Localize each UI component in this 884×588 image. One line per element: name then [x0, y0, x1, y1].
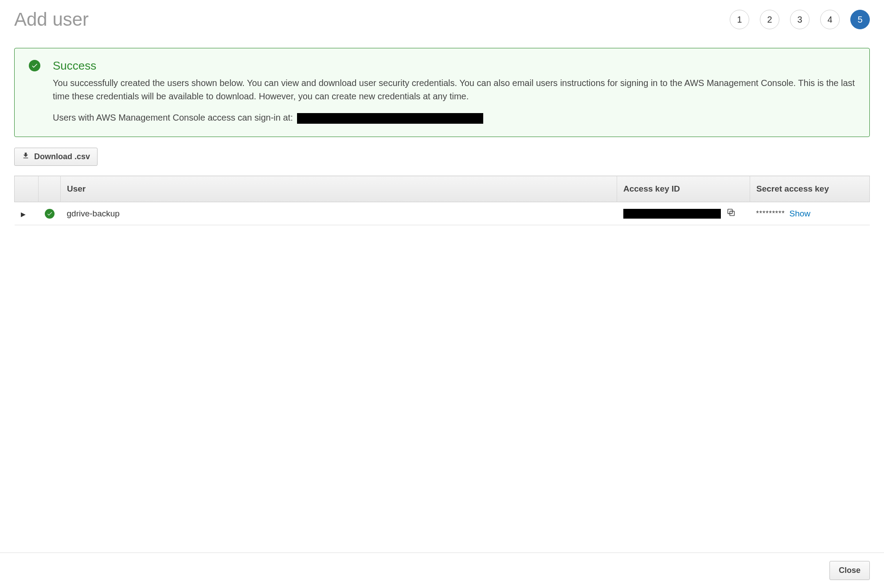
row-status-success-icon — [45, 209, 55, 219]
step-5[interactable]: 5 — [850, 10, 870, 29]
page-title: Add user — [14, 9, 89, 30]
show-secret-link[interactable]: Show — [790, 209, 811, 219]
table-header-expand — [15, 176, 39, 202]
copy-access-key-icon[interactable] — [726, 208, 736, 220]
download-csv-button[interactable]: Download .csv — [14, 148, 98, 166]
expand-row-icon[interactable]: ▶ — [21, 211, 26, 218]
step-2[interactable]: 2 — [760, 10, 779, 29]
users-table: User Access key ID Secret access key ▶ g… — [14, 176, 870, 225]
success-alert: Success You successfully created the use… — [14, 48, 870, 137]
download-csv-label: Download .csv — [34, 152, 90, 161]
download-icon — [22, 152, 30, 162]
success-signin-line: Users with AWS Management Console access… — [53, 111, 855, 124]
table-header-access-key[interactable]: Access key ID — [617, 176, 750, 202]
success-title: Success — [53, 59, 855, 73]
success-body: You successfully created the users shown… — [53, 76, 855, 103]
table-row: ▶ gdrive-backup — [15, 202, 870, 225]
step-indicators: 1 2 3 4 5 — [730, 10, 870, 29]
success-check-icon — [29, 60, 40, 71]
signin-url-redacted — [297, 113, 483, 124]
step-4[interactable]: 4 — [820, 10, 840, 29]
step-1[interactable]: 1 — [730, 10, 749, 29]
step-3[interactable]: 3 — [790, 10, 810, 29]
table-header-secret-key[interactable]: Secret access key — [750, 176, 870, 202]
signin-prefix: Users with AWS Management Console access… — [53, 113, 293, 122]
row-secret-masked: ********* — [756, 210, 785, 218]
row-access-key-redacted — [623, 209, 721, 219]
table-header-user[interactable]: User — [61, 176, 617, 202]
row-username: gdrive-backup — [61, 202, 617, 225]
table-header-status — [39, 176, 61, 202]
